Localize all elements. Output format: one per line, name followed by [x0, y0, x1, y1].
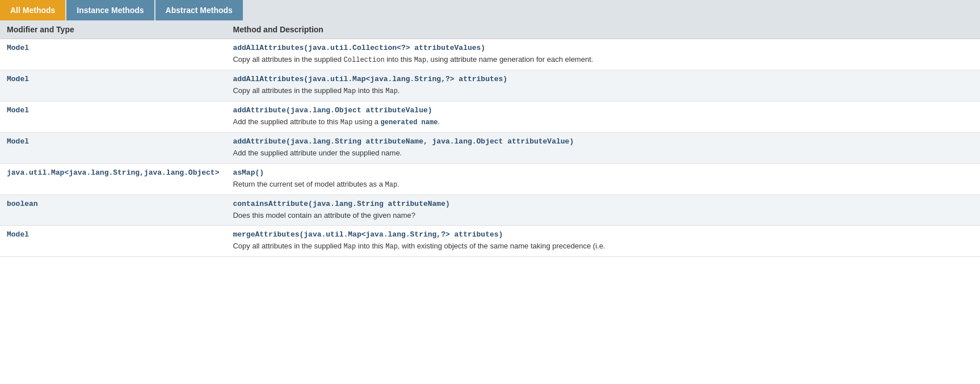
table-row: ModeladdAttribute(java.lang.Object attri…: [0, 102, 980, 133]
method-link[interactable]: addAllAttributes: [233, 75, 304, 83]
method-table: Modifier and Type Method and Description…: [0, 20, 980, 257]
method-description: Copy all attributes in the supplied Map …: [233, 240, 973, 252]
modifier-cell: Model: [0, 70, 226, 102]
tab-instance-methods[interactable]: Instance Methods: [66, 0, 154, 20]
method-description: Add the supplied attribute under the sup…: [233, 147, 973, 159]
method-cell: containsAttribute(java.lang.String attri…: [226, 195, 980, 226]
table-row: java.util.Map<java.lang.String,java.lang…: [0, 163, 980, 195]
col-modifier-header: Modifier and Type: [0, 20, 226, 39]
table-row: ModelmergeAttributes(java.util.Map<java.…: [0, 226, 980, 257]
method-signature[interactable]: addAllAttributes(java.util.Map<java.lang…: [233, 75, 973, 83]
method-description: Return the current set of model attribut…: [233, 179, 973, 190]
method-cell: addAttribute(java.lang.String attributeN…: [226, 133, 980, 164]
table-row: ModeladdAttribute(java.lang.String attri…: [0, 133, 980, 164]
method-cell: addAttribute(java.lang.Object attributeV…: [226, 102, 980, 133]
modifier-cell: Model: [0, 226, 226, 257]
table-row: ModeladdAllAttributes(java.util.Collecti…: [0, 39, 980, 70]
modifier-cell: Model: [0, 133, 226, 164]
method-signature[interactable]: asMap(): [233, 168, 973, 177]
method-description: Does this model contain an attribute of …: [233, 210, 973, 221]
method-cell: addAllAttributes(java.util.Map<java.lang…: [226, 70, 980, 102]
method-tabs: All Methods Instance Methods Abstract Me…: [0, 0, 980, 20]
method-description: Add the supplied attribute to this Map u…: [233, 116, 973, 128]
method-description: Copy all attributes in the supplied Coll…: [233, 54, 973, 65]
table-row: ModeladdAllAttributes(java.util.Map<java…: [0, 70, 980, 102]
method-signature[interactable]: addAllAttributes(java.util.Collection<?>…: [233, 44, 973, 52]
method-description: Copy all attributes in the supplied Map …: [233, 85, 973, 96]
method-link[interactable]: asMap: [233, 168, 255, 177]
method-cell: mergeAttributes(java.util.Map<java.lang.…: [226, 226, 980, 257]
method-link[interactable]: mergeAttributes: [233, 230, 299, 239]
method-signature[interactable]: addAttribute(java.lang.Object attributeV…: [233, 106, 973, 115]
method-cell: addAllAttributes(java.util.Collection<?>…: [226, 39, 980, 70]
tab-abstract-methods[interactable]: Abstract Methods: [155, 0, 243, 20]
method-link[interactable]: addAttribute: [233, 106, 286, 115]
method-cell: asMap()Return the current set of model a…: [226, 163, 980, 195]
method-link[interactable]: addAttribute: [233, 137, 286, 146]
method-link[interactable]: addAllAttributes: [233, 44, 304, 52]
method-signature[interactable]: mergeAttributes(java.util.Map<java.lang.…: [233, 230, 973, 239]
method-link[interactable]: containsAttribute: [233, 200, 308, 208]
modifier-cell: boolean: [0, 195, 226, 226]
modifier-cell: java.util.Map<java.lang.String,java.lang…: [0, 163, 226, 195]
tab-all-methods[interactable]: All Methods: [0, 0, 65, 20]
table-row: booleancontainsAttribute(java.lang.Strin…: [0, 195, 980, 226]
modifier-cell: Model: [0, 39, 226, 70]
method-signature[interactable]: containsAttribute(java.lang.String attri…: [233, 200, 973, 208]
modifier-cell: Model: [0, 102, 226, 133]
method-signature[interactable]: addAttribute(java.lang.String attributeN…: [233, 137, 973, 146]
col-method-header: Method and Description: [226, 20, 980, 39]
